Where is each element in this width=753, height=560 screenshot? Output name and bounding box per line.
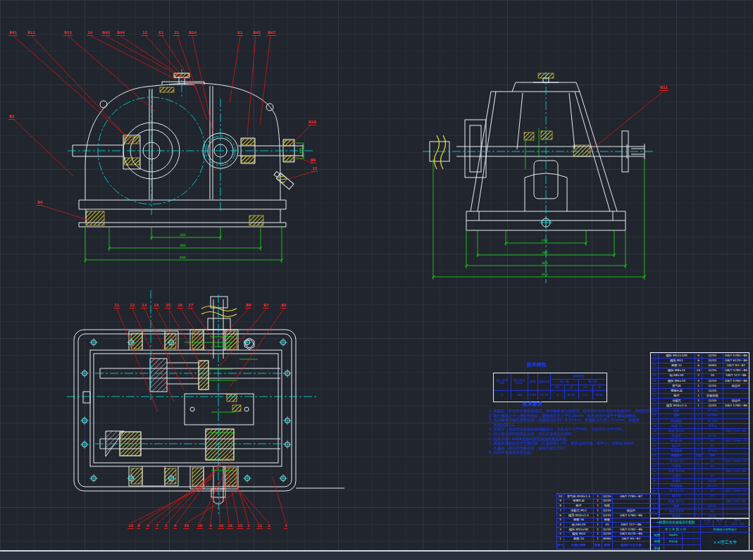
bom-row[interactable]: 9 窥视孔盖 1 Q235	[557, 499, 659, 504]
bom-row[interactable]: 16 键 8×50 1 45 GB/T 1096—79	[651, 438, 749, 443]
bom-row[interactable]: 28 螺栓 M6×20 4 Q235 GB/T 5783—86	[651, 378, 749, 383]
bom-row[interactable]: 15 输入轴 1 45	[651, 443, 749, 448]
part-callout[interactable]: 12	[142, 31, 148, 36]
bom-row[interactable]: 6 键 14×70 1 45 GB/T 1096—79	[651, 488, 749, 493]
part-callout[interactable]: 34	[183, 524, 189, 529]
dimension-value: 415	[542, 273, 548, 277]
bom-row[interactable]: 31 垫圈 12 6 65Mn GB/T 93—87	[651, 363, 749, 368]
title-block-dwgno: 图号JSQ—00	[726, 518, 749, 526]
bom-row[interactable]: 30 螺栓 M8×25 24 Q235 GB/T 5783—86	[651, 368, 749, 373]
part-callout[interactable]: B12	[63, 31, 73, 36]
bom-row[interactable]: 18 轴承 30207 2 GB/T 297—84	[651, 428, 749, 433]
bom-row[interactable]: 21 箱座 1 HT200	[651, 413, 749, 418]
bom-row[interactable]: 14 轴承端盖 1 HT150	[651, 448, 749, 453]
part-callout[interactable]: 16	[177, 304, 183, 309]
part-callout[interactable]: 1	[267, 524, 270, 529]
cad-viewport[interactable]: B41B11B1210B42B4412E121B14E1B42B47 B2B9B…	[0, 0, 753, 560]
tech-sub-m2: mn	[578, 385, 592, 390]
bom-row[interactable]: 3 螺栓 M10×90 1 Q235 GB/T 5782—86	[557, 527, 659, 532]
bom-row[interactable]: 17 挡油盘 2 Q235	[651, 433, 749, 438]
bom-row[interactable]: 10 轴承 30208 2 GB/T 297—84	[651, 468, 749, 473]
part-callout[interactable]: 9	[146, 524, 149, 529]
dimension-value: 260	[542, 251, 548, 255]
part-callout[interactable]: 5	[164, 524, 168, 529]
part-callout[interactable]: 2	[247, 524, 250, 529]
part-callout[interactable]: 11	[113, 304, 120, 309]
bom-row[interactable]: 4 销 A8×35 1 35 GB/T 117—86	[557, 522, 659, 527]
bom-row[interactable]: 19 毡圈 32 1 羊毛毡	[651, 423, 749, 428]
bom-row[interactable]: 22 箱盖 1 HT200	[651, 408, 749, 413]
part-callout[interactable]: 10	[127, 524, 134, 529]
part-callout[interactable]: 12	[129, 304, 135, 309]
part-callout[interactable]: 7	[155, 524, 158, 529]
bom-row[interactable]: 23 螺塞 M16×1.5 1 Q235 GB/T 5780—86	[651, 403, 749, 408]
part-callout[interactable]: B47	[267, 31, 276, 36]
part-callout[interactable]: 11	[256, 524, 263, 529]
tech-header-eff: 效率	[528, 373, 537, 390]
bom-row[interactable]: 27 通气器 1 Q235 组合件	[651, 383, 749, 388]
part-callout[interactable]: B42	[252, 31, 261, 36]
bom-row[interactable]: 26 窥视孔盖 1 Q235	[651, 388, 749, 393]
part-callout[interactable]: B2	[8, 115, 15, 120]
tech-value-s2m: 2.5	[578, 390, 592, 399]
part-callout[interactable]: 10	[87, 31, 93, 36]
bom-row[interactable]: 3 套筒 1 Q235	[651, 504, 749, 509]
part-callout[interactable]: B41	[8, 31, 18, 36]
bom-row[interactable]: 8 垫片 1 纸板	[557, 503, 659, 508]
part-callout[interactable]: 16	[227, 524, 233, 529]
part-callout[interactable]: 13	[141, 304, 147, 309]
bom-row[interactable]: 6 螺塞 M16×1.5 1 Q235 GB/T 5780—86	[557, 513, 659, 518]
bom-row[interactable]: 4 轴承 30211 2 GB/T 297—84	[651, 499, 749, 504]
bom-row[interactable]: 25 垫片 1 软钢纸板	[651, 393, 749, 398]
part-callout[interactable]: E1	[158, 31, 164, 36]
tech-header-stage2: 第二级	[578, 379, 606, 385]
part-callout[interactable]: B7	[263, 304, 269, 309]
part-callout[interactable]: B11	[659, 86, 668, 91]
part-callout[interactable]: B9	[37, 201, 43, 206]
bom-row[interactable]: 12 键 10×40 1 45 GB/T 1096—79	[651, 459, 749, 463]
part-callout[interactable]: 8	[137, 524, 140, 529]
part-callout[interactable]: B8	[245, 304, 251, 309]
bom-row[interactable]: 13 调整垫片 2组 08F	[651, 454, 749, 459]
bom-row[interactable]: 29 销 A8×30 2 35 GB/T 117—86	[651, 373, 749, 378]
title-block-product: 一级圆柱齿轮减速器装配图	[651, 518, 700, 526]
bom-row[interactable]: 2 螺母 M10 1 Q235 GB/T 6170—86	[557, 532, 659, 537]
part-callout[interactable]: 19	[218, 524, 224, 529]
tech-value-speed: 480	[511, 390, 528, 399]
part-callout[interactable]: 3	[284, 524, 287, 529]
bom-row[interactable]: 24 油标尺 1 Q235 组合件	[651, 398, 749, 403]
bom-row[interactable]: 2 低速大齿轮 1 45	[651, 509, 749, 514]
part-callout[interactable]: 18	[197, 524, 203, 529]
tech-value-power: 4	[494, 390, 511, 399]
bom-row[interactable]: 33 螺栓 M12×100 6 Q235 GB/T 5782—86	[651, 353, 749, 358]
bom-row[interactable]: 20 轴承端盖 1 HT150	[651, 418, 749, 423]
part-callout[interactable]: B42	[101, 31, 111, 36]
bom-row[interactable]: 10 通气器 M18×1.5 1 Q235 GB/T 7785—87	[557, 494, 659, 499]
part-callout[interactable]: 21	[173, 31, 180, 36]
viewport-bottom-strip[interactable]	[0, 552, 753, 560]
bom-row[interactable]: 7 油标尺 M12 1 Q235 组合件	[557, 508, 659, 513]
part-callout[interactable]: B44	[116, 31, 125, 36]
bom-row[interactable]: 5 垫圈 16 1 橡胶	[557, 518, 659, 523]
part-callout[interactable]: E1	[237, 31, 243, 36]
part-callout[interactable]: 17	[187, 304, 194, 309]
bom-header-name: 名称及规格	[564, 542, 594, 549]
bom-row[interactable]: 32 螺母 M12 6 Q235 GB/T 6170—86	[651, 358, 749, 363]
part-callout[interactable]: 4	[209, 524, 212, 529]
part-callout[interactable]: B11	[27, 31, 36, 36]
part-callout[interactable]: 6	[173, 524, 177, 529]
part-callout[interactable]: 14	[153, 304, 159, 309]
bom-row[interactable]: 11 中间轴 1 45	[651, 463, 749, 468]
part-callout[interactable]: 15	[165, 304, 171, 309]
bom-row[interactable]: 7 轴承端盖 1 HT150	[651, 483, 749, 488]
part-callout[interactable]: 15	[237, 524, 243, 529]
part-callout[interactable]: B9	[280, 304, 287, 309]
part-callout[interactable]: B6	[310, 158, 316, 163]
part-callout[interactable]: 15	[311, 167, 318, 172]
bom-row[interactable]: 8 定距环 1 Q235	[651, 478, 749, 483]
part-callout[interactable]: B18	[308, 120, 317, 125]
bom-row[interactable]: 5 输出轴 1 45	[651, 494, 749, 499]
part-callout[interactable]: B14	[188, 31, 197, 36]
title-block-school: ××理工大学	[700, 532, 749, 552]
bom-row[interactable]: 9 大齿轮 1 45	[651, 473, 749, 478]
